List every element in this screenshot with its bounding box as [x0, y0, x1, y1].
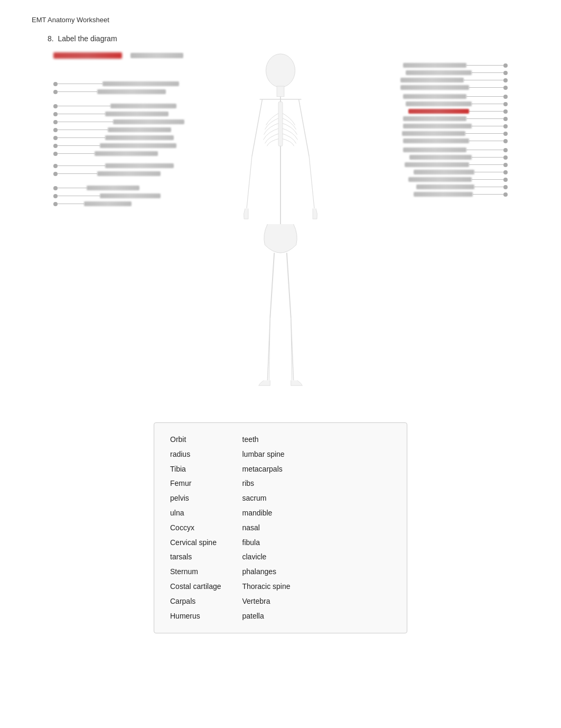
word-item-lumbar-spine: lumbar spine: [242, 448, 291, 461]
right-label-14: [405, 162, 508, 167]
right-label-6: [406, 102, 508, 106]
word-item-mandible: mandible: [242, 507, 291, 520]
svg-point-0: [266, 54, 295, 87]
right-label-13: [409, 155, 508, 160]
right-label-11: [403, 139, 508, 143]
svg-line-6: [247, 156, 252, 208]
left-label-10: [53, 163, 184, 168]
svg-line-10: [287, 253, 291, 318]
word-item-femur: Femur: [170, 477, 221, 490]
page-title: EMT Anatomy Worksheet: [32, 16, 529, 24]
word-item-cervical-spine: Cervical spine: [170, 537, 221, 549]
word-item-tarsals: tarsals: [170, 551, 221, 564]
word-item-clavicle: clavicle: [242, 551, 291, 564]
right-label-9: [403, 124, 508, 128]
svg-rect-4: [278, 102, 283, 146]
svg-line-9: [270, 253, 274, 318]
word-item-nasal: nasal: [242, 522, 291, 535]
right-label-4: [400, 85, 508, 90]
word-item-pelvis: pelvis: [170, 492, 221, 505]
diagram-area: [53, 52, 508, 412]
left-label-8: [53, 143, 184, 148]
word-item-phalanges: phalanges: [242, 566, 291, 578]
right-label-12: [403, 148, 508, 152]
right-label-18: [414, 192, 508, 197]
word-item-sternum: Sternum: [170, 566, 221, 578]
word-item-thoracic-spine: Thoracic spine: [242, 580, 291, 593]
svg-line-5: [252, 99, 263, 156]
word-item-ribs: ribs: [242, 477, 291, 490]
word-item-fibula: fibula: [242, 537, 291, 549]
right-label-8: [403, 116, 508, 121]
svg-rect-1: [277, 86, 284, 97]
word-item-humerus: Humerus: [170, 610, 221, 623]
word-item-ulna: ulna: [170, 507, 221, 520]
skeleton-svg: [228, 52, 333, 396]
left-label-5: [53, 119, 184, 124]
left-label-1: [53, 81, 184, 86]
right-label-2: [406, 70, 508, 75]
word-bank: Orbit radius Tibia Femur pelvis ulna Coc…: [154, 422, 407, 633]
left-label-11: [53, 171, 184, 176]
word-item-radius: radius: [170, 448, 221, 461]
word-item-patella: patella: [242, 610, 291, 623]
left-label-6: [53, 127, 184, 132]
right-label-7: [408, 109, 508, 114]
word-bank-right-col: teeth lumbar spine metacarpals ribs sacr…: [242, 434, 291, 622]
left-label-12: [53, 186, 184, 190]
word-item-teeth: teeth: [242, 434, 291, 446]
question-label: 8. Label the diagram: [48, 34, 529, 43]
word-item-vertebra: Vertebra: [242, 595, 291, 608]
word-item-coccyx: Coccyx: [170, 522, 221, 535]
word-item-orbit: Orbit: [170, 434, 221, 446]
svg-line-7: [298, 99, 309, 156]
left-label-2: [53, 89, 184, 94]
word-bank-left-col: Orbit radius Tibia Femur pelvis ulna Coc…: [170, 434, 221, 622]
right-label-10: [402, 131, 508, 136]
right-label-5: [403, 94, 508, 99]
word-item-carpals: Carpals: [170, 595, 221, 608]
word-item-metacarpals: metacarpals: [242, 463, 291, 476]
right-label-17: [416, 185, 508, 189]
left-label-4: [53, 112, 184, 116]
right-label-16: [408, 177, 508, 182]
word-item-tibia: Tibia: [170, 463, 221, 476]
right-label-1: [403, 63, 508, 68]
right-label-15: [414, 170, 508, 174]
left-label-7: [53, 135, 184, 140]
diagram-blurred-title: [53, 52, 183, 59]
left-label-3: [53, 104, 184, 108]
word-item-costal-cartilage: Costal cartilage: [170, 580, 221, 593]
right-label-3: [400, 78, 508, 82]
left-label-14: [53, 201, 184, 206]
word-item-sacrum: sacrum: [242, 492, 291, 505]
left-label-9: [53, 151, 184, 156]
left-label-13: [53, 193, 184, 198]
svg-line-8: [309, 156, 314, 208]
